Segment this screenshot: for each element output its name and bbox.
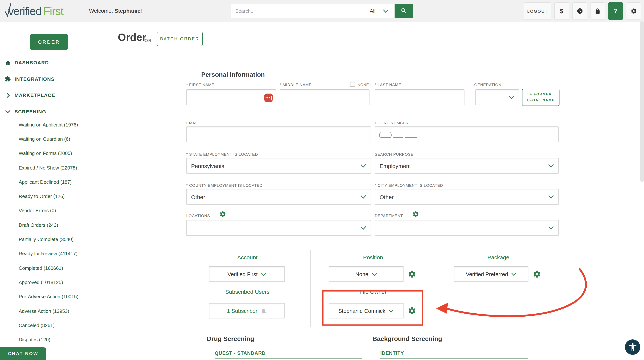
background-screening-heading: Background Screening	[372, 335, 442, 343]
locations-select[interactable]	[186, 220, 371, 236]
sidebar-item-label: DASHBOARD	[14, 60, 49, 66]
sidebar-screening-status[interactable]: Disputes (120)	[19, 332, 100, 347]
sidebar-screening-status[interactable]: Approved (1018125)	[19, 275, 100, 290]
sidebar-screening-status[interactable]: Canceled (8261)	[19, 318, 100, 332]
search-filter-dropdown[interactable]: All	[357, 4, 394, 18]
file-owner-settings-gear-icon[interactable]	[408, 306, 416, 315]
chevron-down-icon	[512, 273, 517, 276]
sidebar-screening-status[interactable]: Ready for Review (411417)	[19, 246, 100, 261]
first-name-input[interactable]	[186, 90, 276, 105]
sidebar-item-marketplace[interactable]: MARKETPLACE	[0, 87, 100, 104]
background-screening-item[interactable]: IDENTITY	[380, 350, 404, 356]
first-name-label: * FIRST NAME	[186, 82, 214, 87]
sidebar-screening-status[interactable]: Vendor Errors (0)	[19, 204, 100, 218]
billing-button[interactable]: $	[554, 2, 569, 20]
sidebar-screening-status[interactable]: Completed (160661)	[19, 261, 100, 275]
city-value: Other	[380, 194, 394, 200]
screening-status-list: Waiting on Applicant (1976)Waiting on Gu…	[19, 118, 100, 347]
batch-order-button[interactable]: BATCH ORDER	[157, 32, 203, 46]
sidebar-screening-status[interactable]: Waiting on Guardian (6)	[19, 132, 100, 146]
county-select[interactable]: Other	[186, 189, 371, 205]
last-name-input[interactable]	[375, 90, 464, 105]
chevron-down-icon	[360, 164, 366, 167]
drug-screening-heading: Drug Screening	[207, 335, 254, 343]
none-label: NONE	[358, 83, 369, 87]
drug-screening-underline	[215, 358, 362, 358]
chevron-down-icon	[4, 110, 12, 113]
chat-now-button[interactable]: CHAT NOW	[0, 347, 46, 360]
welcome-message: Welcome, Stephanie!	[89, 0, 142, 22]
account-value: Verified First	[228, 271, 258, 277]
package-select[interactable]: Verified Preferred	[454, 266, 528, 282]
email-input[interactable]	[186, 127, 370, 142]
city-select[interactable]: Other	[375, 189, 559, 205]
locations-settings-gear-icon[interactable]	[219, 211, 226, 218]
search-purpose-select[interactable]: Employment	[375, 158, 559, 174]
sidebar: ORDER DASHBOARD INTEGRATIONS MARKETPLACE	[0, 22, 100, 360]
position-settings-gear-icon[interactable]	[408, 270, 416, 278]
sidebar-item-dashboard[interactable]: DASHBOARD	[0, 55, 100, 71]
sidebar-screening-status[interactable]: Draft Orders (243)	[19, 218, 100, 232]
county-label: * COUNTY EMPLOYMENT IS LOCATED	[186, 183, 262, 187]
order-button[interactable]: ORDER	[30, 34, 68, 50]
logout-button[interactable]: LOGOUT	[524, 2, 551, 20]
former-legal-name-button[interactable]: + FORMER LEGAL NAME	[522, 89, 560, 106]
chevron-down-icon	[548, 164, 554, 167]
sidebar-screening-status[interactable]: Waiting on Forms (2005)	[19, 146, 100, 161]
account-select[interactable]: Verified First	[209, 266, 284, 282]
department-settings-gear-icon[interactable]	[412, 211, 419, 218]
position-select[interactable]: None	[329, 266, 404, 282]
sidebar-screening-status[interactable]: Pre-Adverse Action (10015)	[19, 289, 100, 304]
chevron-down-icon	[360, 195, 366, 199]
sidebar-screening-status[interactable]: Partially Complete (3540)	[19, 232, 100, 247]
verified-first-logo[interactable]: verifiedFirst	[4, 3, 63, 18]
personal-information-heading: Personal Information	[201, 71, 265, 79]
top-bar-actions: LOGOUT $ ?	[524, 2, 641, 20]
state-label: * STATE EMPLOYMENT IS LOCATED	[186, 152, 258, 156]
search-button[interactable]	[394, 4, 413, 18]
security-button[interactable]	[590, 2, 605, 20]
chevron-right-icon	[4, 93, 12, 98]
package-header: Package	[436, 254, 561, 260]
sidebar-screening-status[interactable]: Waiting on Applicant (1976)	[19, 118, 100, 132]
table-border-bottom	[184, 327, 561, 327]
package-settings-gear-icon[interactable]	[532, 270, 541, 278]
main-content: Order OR BATCH ORDER Personal Informatio…	[100, 22, 644, 360]
sidebar-screening-status[interactable]: Expired / No Show (22078)	[19, 161, 100, 175]
subscribed-users-value: 1 Subscriber	[227, 308, 258, 314]
sidebar-screening-status[interactable]: Applicant Declined (187)	[19, 175, 100, 189]
sidebar-item-integrations[interactable]: INTEGRATIONS	[0, 71, 100, 87]
sidebar-nav: DASHBOARD INTEGRATIONS MARKETPLACE SCREE…	[0, 55, 100, 120]
file-owner-select[interactable]: Stephanie Comnick	[329, 303, 404, 318]
department-select[interactable]	[375, 220, 559, 236]
help-button[interactable]: ?	[608, 2, 623, 20]
history-button[interactable]	[572, 2, 587, 20]
generation-select[interactable]: -	[475, 90, 519, 105]
state-select[interactable]: Pennsylvania	[186, 158, 371, 174]
app-window: verifiedFirst Welcome, Stephanie! All LO…	[0, 0, 644, 360]
last-name-label: * LAST NAME	[375, 82, 401, 87]
settings-button[interactable]	[626, 2, 641, 20]
sidebar-screening-status[interactable]: Ready to Order (126)	[19, 189, 100, 204]
drug-screening-item[interactable]: QUEST - STANDARD	[215, 350, 266, 356]
table-divider	[436, 250, 436, 327]
middle-name-none-checkbox[interactable]	[350, 82, 355, 87]
middle-name-input[interactable]	[280, 90, 369, 105]
position-header: Position	[310, 254, 436, 260]
password-manager-fill-icon[interactable]	[264, 94, 273, 102]
chevron-down-icon	[548, 226, 554, 230]
phone-input[interactable]	[375, 127, 558, 142]
sidebar-screening-status[interactable]: Adverse Action (13953)	[19, 304, 100, 318]
search-input[interactable]	[231, 4, 357, 18]
logo-word-1: verified	[8, 5, 41, 17]
email-field-wrap	[186, 127, 371, 142]
subscribed-users-button[interactable]: 1 Subscriber	[209, 303, 284, 318]
scrollbar-thumb[interactable]	[640, 21, 644, 182]
former-legal-line2: LEGAL NAME	[527, 98, 554, 102]
subscribed-users-header: Subscribed Users	[184, 288, 310, 295]
sidebar-item-label: MARKETPLACE	[14, 93, 55, 98]
county-value: Other	[191, 194, 205, 200]
chevron-down-icon	[548, 195, 554, 199]
accessibility-widget-button[interactable]	[625, 339, 640, 355]
sidebar-item-screening[interactable]: SCREENING	[0, 104, 100, 120]
